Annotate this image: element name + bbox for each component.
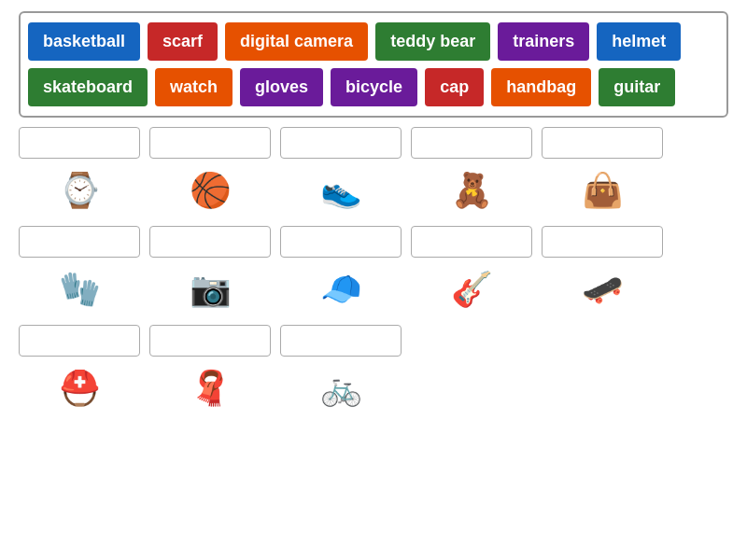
image-basketball: 🏀 bbox=[173, 162, 247, 218]
word-tag-watch[interactable]: watch bbox=[155, 68, 233, 106]
match-row-0: ⌚🏀👟🧸👜 bbox=[19, 127, 728, 224]
match-col-bicycle: 🚲 bbox=[280, 325, 402, 422]
word-tag-cap[interactable]: cap bbox=[425, 68, 484, 106]
match-row-2: ⛑️🧣🚲 bbox=[19, 325, 728, 422]
image-gloves: 🧤 bbox=[42, 261, 117, 317]
word-tag-basketball[interactable]: basketball bbox=[28, 22, 140, 61]
word-tag-teddy_bear[interactable]: teddy bear bbox=[375, 22, 490, 61]
image-guitar: 🎸 bbox=[434, 261, 509, 317]
answer-box-handbag[interactable] bbox=[542, 127, 663, 159]
answer-box-teddy[interactable] bbox=[411, 127, 532, 159]
matching-area: ⌚🏀👟🧸👜🧤📷🧢🎸🛹⛑️🧣🚲 bbox=[0, 127, 747, 424]
word-tag-guitar[interactable]: guitar bbox=[599, 68, 675, 106]
match-col-cap: 🧢 bbox=[280, 226, 402, 323]
match-col-handbag: 👜 bbox=[542, 127, 663, 224]
word-tag-helmet[interactable]: helmet bbox=[597, 22, 681, 61]
image-watch: ⌚ bbox=[42, 162, 117, 218]
match-col-scarf: 🧣 bbox=[149, 325, 271, 422]
word-tag-gloves[interactable]: gloves bbox=[240, 68, 323, 106]
match-col-trainers: 👟 bbox=[280, 127, 402, 224]
answer-box-gloves[interactable] bbox=[19, 226, 140, 258]
word-tag-bicycle[interactable]: bicycle bbox=[331, 68, 417, 106]
answer-box-helmet[interactable] bbox=[19, 325, 140, 357]
match-col-teddy: 🧸 bbox=[411, 127, 532, 224]
answer-box-skateboard[interactable] bbox=[542, 226, 663, 258]
image-scarf: 🧣 bbox=[173, 360, 247, 416]
word-tag-digital_camera[interactable]: digital camera bbox=[225, 22, 368, 61]
match-col-helmet: ⛑️ bbox=[19, 325, 140, 422]
image-trainers: 👟 bbox=[303, 162, 378, 218]
answer-box-basketball[interactable] bbox=[149, 127, 271, 159]
image-bicycle: 🚲 bbox=[303, 360, 378, 416]
match-row-1: 🧤📷🧢🎸🛹 bbox=[19, 226, 728, 323]
match-col-watch: ⌚ bbox=[19, 127, 140, 224]
word-bank: basketballscarfdigital camerateddy beart… bbox=[19, 11, 728, 118]
image-skateboard: 🛹 bbox=[565, 261, 640, 317]
answer-box-guitar[interactable] bbox=[411, 226, 532, 258]
match-col-gloves: 🧤 bbox=[19, 226, 140, 323]
image-helmet: ⛑️ bbox=[42, 360, 117, 416]
match-col-skateboard: 🛹 bbox=[542, 226, 663, 323]
image-cap: 🧢 bbox=[303, 261, 378, 317]
answer-box-trainers[interactable] bbox=[280, 127, 402, 159]
word-tag-skateboard[interactable]: skateboard bbox=[28, 68, 148, 106]
answer-box-scarf[interactable] bbox=[149, 325, 271, 357]
match-col-basketball: 🏀 bbox=[149, 127, 271, 224]
word-tag-handbag[interactable]: handbag bbox=[491, 68, 591, 106]
match-col-guitar: 🎸 bbox=[411, 226, 532, 323]
word-tag-trainers[interactable]: trainers bbox=[498, 22, 589, 61]
image-handbag: 👜 bbox=[565, 162, 640, 218]
answer-box-bicycle[interactable] bbox=[280, 325, 402, 357]
word-tag-scarf[interactable]: scarf bbox=[148, 22, 218, 61]
answer-box-watch[interactable] bbox=[19, 127, 140, 159]
image-camera: 📷 bbox=[173, 261, 247, 317]
match-col-camera: 📷 bbox=[149, 226, 271, 323]
answer-box-camera[interactable] bbox=[149, 226, 271, 258]
answer-box-cap[interactable] bbox=[280, 226, 402, 258]
image-teddy: 🧸 bbox=[434, 162, 509, 218]
